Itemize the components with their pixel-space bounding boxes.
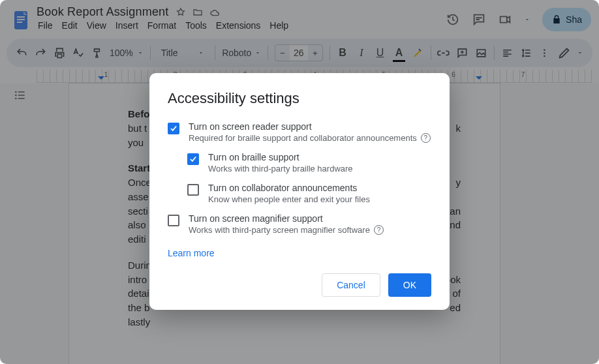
option-screen-reader: Turn on screen reader support Required f…: [168, 121, 431, 143]
help-icon[interactable]: ?: [421, 133, 431, 143]
checkbox-screen-reader[interactable]: [168, 123, 179, 134]
option-label: Turn on braille support: [208, 152, 353, 162]
option-label: Turn on screen reader support: [189, 121, 431, 132]
ok-button[interactable]: OK: [388, 273, 431, 297]
dialog-title: Accessibility settings: [168, 90, 431, 107]
checkbox-braille[interactable]: [187, 153, 199, 165]
checkbox-magnifier[interactable]: [168, 215, 179, 226]
app-window: Book Report Assignment File Edit View In…: [0, 0, 599, 364]
cancel-button[interactable]: Cancel: [322, 273, 380, 297]
accessibility-dialog: Accessibility settings Turn on screen re…: [149, 73, 450, 310]
learn-more-link[interactable]: Learn more: [168, 248, 215, 258]
option-sub: Know when people enter and exit your fil…: [208, 194, 370, 204]
option-sub: Works with third-party screen magnifier …: [189, 225, 384, 235]
option-collab-announce: Turn on collaborator announcements Know …: [168, 183, 431, 204]
option-sub-text: Required for braille support and collabo…: [189, 133, 417, 143]
option-sub-text: Works with third-party screen magnifier …: [189, 225, 370, 235]
option-braille: Turn on braille support Works with third…: [168, 152, 431, 174]
option-label: Turn on screen magnifier support: [189, 213, 384, 224]
checkbox-collab-announce[interactable]: [187, 184, 199, 196]
option-sub: Required for braille support and collabo…: [189, 133, 431, 143]
help-icon[interactable]: ?: [374, 225, 384, 235]
modal-overlay[interactable]: Accessibility settings Turn on screen re…: [0, 0, 599, 364]
option-label: Turn on collaborator announcements: [208, 183, 370, 193]
option-sub: Works with third-party braille hardware: [208, 164, 353, 174]
dialog-actions: Cancel OK: [168, 273, 431, 297]
option-magnifier: Turn on screen magnifier support Works w…: [168, 213, 431, 235]
